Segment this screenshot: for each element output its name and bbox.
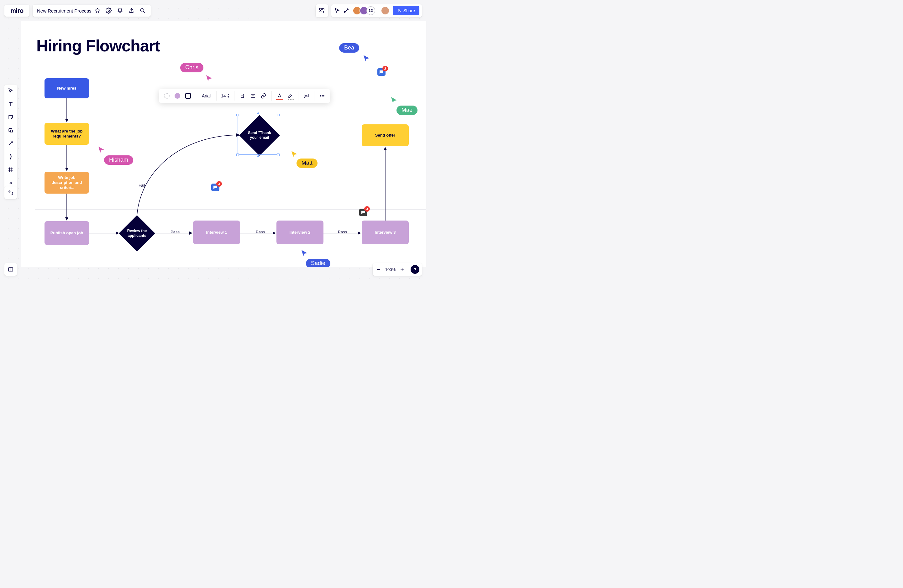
link-icon[interactable]	[259, 91, 268, 100]
more-tools-icon[interactable]	[6, 179, 15, 187]
shape-button[interactable]	[183, 91, 193, 100]
node-interview-2[interactable]: Interview 2	[277, 221, 324, 245]
cursor-icon	[98, 146, 105, 154]
zoom-out-button[interactable]: −	[375, 263, 382, 276]
comment-thread[interactable]: 3	[359, 209, 367, 216]
svg-rect-2	[319, 8, 321, 10]
svg-marker-10	[65, 168, 68, 171]
shape-tool-icon[interactable]	[6, 126, 15, 135]
lane-separator	[35, 158, 426, 158]
settings-icon[interactable]	[105, 8, 112, 14]
highlight-icon[interactable]	[286, 91, 295, 100]
edge-label-pass: Pass	[338, 230, 347, 234]
collaboration-panel: 12 Share	[331, 5, 422, 17]
frame[interactable]: Hiring Flowchart New hires What are the …	[21, 21, 426, 267]
bold-icon[interactable]	[238, 91, 247, 100]
frames-panel-button[interactable]	[5, 263, 17, 276]
svg-point-25	[322, 96, 322, 97]
context-toolbar[interactable]: Arial 14 ▲▼	[159, 89, 330, 103]
font-select[interactable]: Arial	[199, 91, 213, 100]
cursor-label-matt: Matt	[296, 158, 318, 168]
undo-button[interactable]	[5, 187, 17, 199]
cursor-tool-icon[interactable]	[334, 8, 340, 14]
svg-marker-12	[65, 217, 68, 221]
help-button[interactable]: ?	[411, 265, 419, 274]
selection-box[interactable]	[238, 115, 278, 155]
node-send-offer[interactable]: Send offer	[362, 124, 409, 146]
svg-marker-8	[65, 119, 68, 122]
comment-thread[interactable]: 2	[378, 68, 385, 76]
reactions-icon[interactable]	[343, 8, 349, 14]
zoom-level[interactable]: 100%	[385, 267, 396, 272]
svg-marker-18	[273, 232, 276, 235]
comment-count: 3	[364, 206, 370, 212]
svg-point-0	[108, 10, 110, 12]
current-user-avatar[interactable]	[381, 6, 390, 15]
board-actions	[104, 8, 148, 14]
node-interview-1[interactable]: Interview 1	[193, 221, 240, 245]
node-review-applicants[interactable]: Review the applicants	[119, 215, 155, 252]
cursor-icon	[206, 75, 212, 82]
cursor-label-hisham: Hisham	[104, 155, 133, 165]
avatar-overflow[interactable]: 12	[367, 6, 375, 15]
edge-label-pass: Pass	[170, 230, 179, 234]
shapes-plus-icon	[319, 8, 325, 14]
more-icon[interactable]	[318, 91, 327, 100]
fill-color-button[interactable]	[173, 91, 182, 100]
zoom-panel: − 100% + ?	[373, 263, 422, 276]
edge-label-pass: Pass	[256, 230, 265, 234]
cursor-label-sadie: Sadie	[306, 259, 330, 267]
share-label: Share	[403, 8, 415, 13]
align-icon[interactable]	[248, 91, 258, 100]
undo-icon	[8, 190, 14, 196]
cursor-label-mae: Mae	[396, 105, 417, 115]
text-color-icon[interactable]	[275, 91, 284, 100]
line-tool-icon[interactable]	[6, 139, 15, 148]
cursor-label-chris: Chris	[180, 63, 203, 72]
comment-thread[interactable]: 3	[211, 183, 219, 191]
svg-rect-6	[8, 268, 13, 271]
board-title[interactable]: New Recruitment Process	[37, 8, 91, 14]
node-publish[interactable]: Publish open job	[44, 221, 89, 245]
star-icon[interactable]	[94, 8, 101, 14]
pen-tool-icon[interactable]	[6, 152, 15, 161]
left-toolbar	[5, 85, 17, 189]
node-write-jd[interactable]: Write job description and criteria	[44, 172, 89, 194]
logo-text: miro	[10, 7, 23, 14]
cursor-icon	[301, 249, 308, 257]
top-bar: miro New Recruitment Process 12 Share	[5, 5, 422, 17]
cursor-icon	[291, 151, 298, 158]
svg-marker-20	[358, 232, 361, 235]
search-icon[interactable]	[140, 8, 146, 14]
font-size-input[interactable]: 14 ▲▼	[220, 91, 231, 100]
frame-tool-icon[interactable]	[6, 165, 15, 174]
edge-label-fail: Fail	[138, 183, 145, 188]
svg-point-3	[322, 8, 324, 10]
node-requirements[interactable]: What are the job requirements?	[44, 123, 89, 145]
zoom-in-button[interactable]: +	[399, 263, 406, 276]
svg-point-24	[320, 96, 321, 97]
node-interview-3[interactable]: Interview 3	[362, 221, 409, 245]
board-title-panel: New Recruitment Process	[33, 5, 151, 17]
share-button[interactable]: Share	[393, 6, 419, 15]
svg-point-26	[323, 96, 324, 97]
svg-marker-16	[189, 232, 192, 235]
comment-count: 2	[382, 66, 388, 71]
comment-icon[interactable]	[302, 91, 311, 100]
cursor-icon	[363, 55, 370, 62]
svg-marker-22	[384, 147, 387, 150]
border-style-button[interactable]	[162, 91, 171, 100]
cursor-label-bea: Bea	[339, 43, 359, 53]
node-new-hires[interactable]: New hires	[44, 78, 89, 98]
logo[interactable]: miro	[5, 5, 30, 17]
text-tool-icon[interactable]	[6, 100, 15, 108]
cursor-icon	[390, 97, 397, 104]
apps-button[interactable]	[316, 5, 328, 17]
export-icon[interactable]	[128, 8, 134, 14]
frame-title[interactable]: Hiring Flowchart	[36, 36, 160, 55]
bell-icon[interactable]	[117, 8, 123, 14]
select-tool-icon[interactable]	[6, 86, 15, 95]
collaborator-avatars[interactable]: 12	[352, 6, 375, 15]
sticky-note-tool-icon[interactable]	[6, 113, 15, 122]
svg-point-4	[398, 9, 400, 11]
